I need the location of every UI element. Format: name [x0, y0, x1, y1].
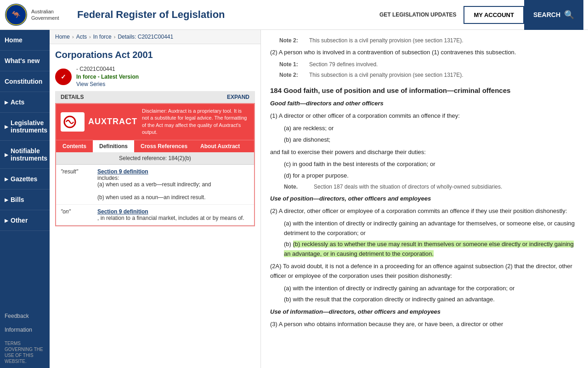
act-meta: ✓ - C2021C00441 In force - Latest Versio…: [55, 66, 255, 87]
definition-on: Section 9 definition , in relation to a …: [93, 204, 254, 225]
definition-result: Section 9 definition includes: (a) when …: [93, 165, 254, 205]
tab-cross-references[interactable]: Cross References: [134, 140, 194, 152]
chevron-icon: ▶: [5, 152, 8, 157]
subsection-3-intro-text: (3) A person who obtains information bec…: [270, 320, 503, 329]
sidebar-terms: TERMS GOVERNING THE USE OF THIS WEBSITE.: [0, 337, 50, 368]
auxtract-definitions-table: "result" Section 9 definition includes: …: [56, 165, 254, 225]
search-button[interactable]: SEARCH 🔍: [524, 0, 583, 30]
sidebar-item-constitution[interactable]: Constitution: [0, 71, 50, 92]
sub2-para-b-text: (b) (b) recklessly as to whether the use…: [284, 240, 579, 259]
para-a: (a) are reckless; or: [284, 124, 579, 133]
sidebar-item-legislative-instruments-label: Legislative instruments: [11, 119, 47, 134]
selected-ref-code: 184(2)(b): [169, 155, 191, 161]
search-icon: 🔍: [564, 10, 574, 20]
act-title: Corporations Act 2001: [55, 50, 255, 60]
act-id: - C2021C00441: [76, 66, 139, 72]
tab-definitions[interactable]: Definitions: [93, 140, 134, 152]
sidebar-item-notifiable-instruments[interactable]: ▶ Notifiable instruments: [0, 141, 50, 169]
para-c: (c) in good faith in the best interests …: [284, 160, 579, 169]
para-b-prefix: (b): [284, 241, 293, 247]
para-c-text: (c) in good faith in the best interests …: [284, 160, 435, 169]
subsection-2a-intro-text: (2A) To avoid doubt, it is not a defence…: [270, 262, 579, 281]
subsection-3-intro: (3) A person who obtains information bec…: [270, 320, 579, 329]
sidebar-item-whats-new-label: What's new: [5, 57, 40, 64]
sidebar-information[interactable]: Information: [0, 323, 50, 337]
selected-reference: Selected reference: 184(2)(b): [56, 152, 254, 165]
my-account-button[interactable]: MY ACCOUNT: [464, 6, 524, 24]
sidebar-item-legislative-instruments[interactable]: ▶ Legislative instruments: [0, 113, 50, 141]
breadcrumb: Home › Acts › In force › Details: C2021C…: [50, 30, 260, 44]
def-on-text: , in relation to a financial market, inc…: [97, 215, 249, 221]
search-label: SEARCH: [533, 11, 560, 18]
view-series-link[interactable]: View Series: [76, 81, 139, 87]
chevron-icon: ▶: [5, 124, 8, 129]
legislation-content: Note 2: This subsection is a civil penal…: [261, 30, 588, 368]
act-logo-icon: ✓: [55, 69, 72, 85]
section-link-result[interactable]: Section 9 definition: [97, 168, 249, 175]
note-187: Note. Section 187 deals with the situati…: [284, 183, 579, 191]
note1-label: Note 1:: [279, 60, 305, 69]
sidebar-item-gazettes[interactable]: ▶ Gazettes: [0, 169, 50, 190]
svg-text:🦘: 🦘: [11, 10, 21, 19]
para-b: (b) are dishonest;: [284, 135, 579, 145]
sub2a-para-b-text: (b) with the result that the corporation…: [284, 295, 495, 305]
sidebar: Home What's new Constitution ▶ Acts ▶ Le…: [0, 30, 50, 368]
breadcrumb-details: Details: C2021C00441: [118, 34, 173, 40]
auxtract-disclaimer: Disclaimer: Auxtract is a proprietary to…: [142, 108, 249, 136]
sidebar-item-other-label: Other: [11, 217, 28, 224]
auxtract-header: AUXTRACT Disclaimer: Auxtract is a propr…: [56, 104, 254, 140]
note-187-text: Section 187 deals with the situation of …: [314, 183, 502, 191]
subsection-2-intro-text: (2) A director, other officer or employe…: [270, 207, 567, 216]
sidebar-item-home-label: Home: [5, 36, 23, 44]
breadcrumb-sep2: ›: [89, 34, 91, 40]
sidebar-item-other[interactable]: ▶ Other: [0, 210, 50, 231]
breadcrumb-in-force[interactable]: In force: [93, 34, 112, 40]
act-status: In force - Latest Version: [76, 74, 139, 80]
expand-button[interactable]: EXPAND: [227, 94, 249, 100]
table-row: "on" Section 9 definition , in relation …: [56, 204, 254, 225]
sub2-para-b-highlighted: (b) recklessly as to whether the use may…: [284, 241, 574, 257]
chevron-icon: ▶: [5, 218, 8, 223]
chevron-icon: ▶: [5, 100, 8, 105]
para-and-text: and fail to exercise their powers and di…: [270, 148, 426, 157]
details-label: DETAILS: [61, 94, 84, 100]
main-layout: Home What's new Constitution ▶ Acts ▶ Le…: [0, 30, 588, 368]
sub2a-para-a-text: (a) with the intention of directly or in…: [284, 284, 514, 293]
term-result: "result": [56, 165, 93, 205]
auxtract-panel: AUXTRACT Disclaimer: Auxtract is a propr…: [55, 103, 255, 226]
sidebar-item-notifiable-instruments-label: Notifiable instruments: [11, 147, 47, 162]
sidebar-item-bills-label: Bills: [11, 196, 24, 203]
act-meta-details: - C2021C00441 In force - Latest Version …: [76, 66, 139, 87]
def-result-text: includes: (a) when used as a verb—result…: [97, 175, 249, 201]
sub2-para-a: (a) with the intention of directly or in…: [284, 219, 579, 238]
note1: Note 1: Section 79 defines involved.: [279, 60, 579, 69]
sidebar-item-bills[interactable]: ▶ Bills: [0, 190, 50, 210]
logo-area: 🦘 Australian Government: [5, 3, 68, 26]
chevron-icon: ▶: [5, 197, 8, 202]
svg-text:✓: ✓: [61, 73, 66, 80]
tab-contents[interactable]: Contents: [56, 140, 93, 152]
note2-text: This subsection is a civil penalty provi…: [309, 36, 464, 45]
get-updates-button[interactable]: GET LEGISLATION UPDATES: [372, 8, 464, 22]
subsection-1-intro: (1) A director or other officer of a cor…: [270, 111, 579, 121]
sidebar-feedback[interactable]: Feedback: [0, 309, 50, 323]
sidebar-item-whats-new[interactable]: What's new: [0, 51, 50, 71]
use-of-position-italic: Use of position—directors, other officer…: [270, 194, 579, 204]
details-bar[interactable]: DETAILS EXPAND: [55, 91, 255, 103]
section-link-on[interactable]: Section 9 definition: [97, 208, 249, 215]
sidebar-item-home[interactable]: Home: [0, 30, 50, 51]
breadcrumb-home[interactable]: Home: [55, 34, 70, 40]
sub2a-para-b: (b) with the result that the corporation…: [284, 295, 579, 305]
para-and: and fail to exercise their powers and di…: [270, 148, 579, 157]
tab-about-auxtract[interactable]: About Auxtract: [194, 140, 246, 152]
section184-heading: 184 Good faith, use of position and use …: [270, 85, 579, 96]
auxtract-logo-icon: [61, 112, 85, 132]
sub2-para-a-text: (a) with the intention of directly or in…: [284, 219, 579, 238]
subsection-2a-intro: (2A) To avoid doubt, it is not a defence…: [270, 262, 579, 281]
sidebar-item-acts[interactable]: ▶ Acts: [0, 92, 50, 113]
auxtract-tabs: Contents Definitions Cross References Ab…: [56, 140, 254, 152]
note2b: Note 2: This subsection is a civil penal…: [279, 71, 579, 80]
sidebar-item-gazettes-label: Gazettes: [11, 175, 37, 183]
subsection-2-text: (2) A person who is involved in a contra…: [270, 48, 516, 58]
breadcrumb-acts[interactable]: Acts: [76, 34, 87, 40]
